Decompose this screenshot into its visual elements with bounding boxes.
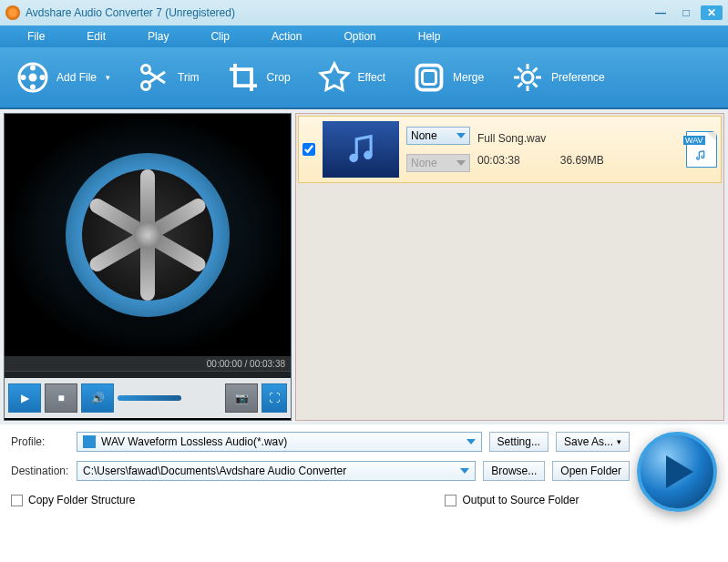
app-icon <box>5 5 20 20</box>
profile-combo[interactable]: WAV Waveform Lossless Audio(*.wav) <box>77 432 482 452</box>
svg-point-10 <box>522 72 533 83</box>
file-list: None None Full Song.wav 00:03:38 36.69MB… <box>295 113 724 421</box>
play-button[interactable]: ▶ <box>8 383 41 413</box>
add-file-button[interactable]: Add File▾ <box>16 61 110 94</box>
format-badge-icon <box>83 435 96 448</box>
menu-bar: File Edit Play Clip Action Option Help <box>0 26 728 47</box>
file-duration: 00:03:38 <box>477 154 520 167</box>
selector-2: None <box>406 154 470 172</box>
destination-label: Destination: <box>11 465 69 477</box>
volume-button[interactable]: 🔊 <box>81 383 114 413</box>
window-title: Avdshare Audio Converter 7 (Unregistered… <box>26 6 235 19</box>
svg-point-3 <box>30 85 36 90</box>
profile-label: Profile: <box>11 435 69 448</box>
file-name: Full Song.wav <box>477 132 679 145</box>
preview-image <box>5 114 291 356</box>
minimize-button[interactable]: — <box>650 5 672 20</box>
toolbar: Add File▾ Trim Crop Effect Merge Prefere… <box>0 47 728 107</box>
merge-button[interactable]: Merge <box>413 61 484 94</box>
star-icon <box>318 61 351 94</box>
output-source-checkbox[interactable]: Output to Source Folder <box>445 494 579 506</box>
stop-button[interactable]: ■ <box>45 383 77 413</box>
play-icon <box>666 455 693 488</box>
menu-play[interactable]: Play <box>148 30 169 43</box>
menu-edit[interactable]: Edit <box>87 30 106 43</box>
menu-clip[interactable]: Clip <box>210 30 230 43</box>
reel-icon <box>16 61 49 94</box>
browse-button[interactable]: Browse... <box>483 461 545 481</box>
preview-panel: 00:00:00 / 00:03:38 ▶ ■ 🔊 📷 ⛶ <box>4 113 292 421</box>
merge-icon <box>413 61 446 94</box>
save-as-button[interactable]: Save As...▾ <box>556 432 630 452</box>
copy-folder-checkbox[interactable]: Copy Folder Structure <box>11 494 135 506</box>
file-thumbnail <box>323 121 399 178</box>
svg-rect-9 <box>423 71 436 85</box>
progress-bar[interactable] <box>5 371 291 378</box>
open-folder-button[interactable]: Open Folder <box>552 461 630 481</box>
destination-combo[interactable]: C:\Users\fawad\Documents\Avdshare Audio … <box>77 461 476 481</box>
svg-point-2 <box>30 66 36 71</box>
effect-button[interactable]: Effect <box>318 61 385 94</box>
file-checkbox[interactable] <box>302 143 315 156</box>
svg-point-1 <box>29 74 37 82</box>
trim-button[interactable]: Trim <box>138 61 200 94</box>
volume-slider[interactable] <box>118 395 181 401</box>
gear-icon <box>511 61 544 94</box>
svg-point-11 <box>349 154 358 163</box>
scissors-icon <box>138 61 170 94</box>
svg-point-5 <box>40 75 46 80</box>
setting-button[interactable]: Setting... <box>489 432 549 452</box>
menu-option[interactable]: Option <box>343 30 375 43</box>
maximize-button[interactable]: □ <box>675 5 697 20</box>
menu-help[interactable]: Help <box>418 30 441 43</box>
menu-action[interactable]: Action <box>272 30 302 43</box>
selector-1[interactable]: None <box>406 127 470 145</box>
file-size: 36.69MB <box>560 154 604 167</box>
svg-rect-8 <box>417 66 442 90</box>
time-display: 00:00:00 / 00:03:38 <box>5 356 291 371</box>
crop-icon <box>227 61 260 94</box>
close-button[interactable]: ✕ <box>701 5 723 20</box>
svg-point-4 <box>21 75 26 80</box>
preference-button[interactable]: Preference <box>511 61 605 94</box>
file-item[interactable]: None None Full Song.wav 00:03:38 36.69MB… <box>298 116 722 183</box>
snapshot-button[interactable]: 📷 <box>225 383 258 413</box>
convert-button[interactable] <box>637 432 717 512</box>
fullscreen-button[interactable]: ⛶ <box>261 383 287 413</box>
format-icon: WAV <box>686 131 717 168</box>
crop-button[interactable]: Crop <box>227 61 291 94</box>
menu-file[interactable]: File <box>27 30 45 43</box>
svg-point-12 <box>364 151 373 160</box>
